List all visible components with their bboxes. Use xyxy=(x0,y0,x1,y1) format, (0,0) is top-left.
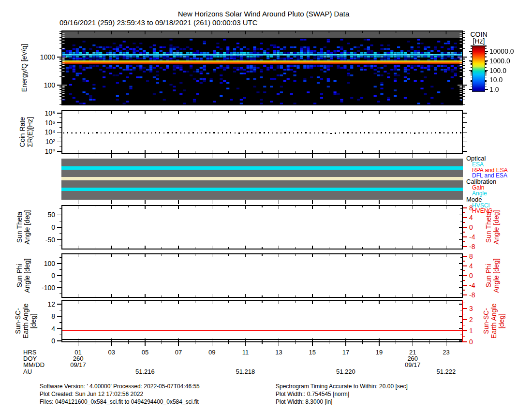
axis-label-line: Angle [deg] xyxy=(23,253,31,298)
coin-y-major-tick xyxy=(463,122,467,123)
coin-rate-data-point xyxy=(184,132,186,134)
colorbar-minor-tick xyxy=(471,81,472,82)
earth-x-major-tick xyxy=(446,301,447,304)
hrs-axis-major-tick xyxy=(345,342,346,346)
theta-x-minor-tick xyxy=(329,247,329,249)
phi-x-major-tick xyxy=(279,254,280,257)
sun-sc-earth-y-minor-tick xyxy=(59,335,62,335)
theta-x-major-tick xyxy=(145,206,146,209)
hrs-label: 11 xyxy=(228,349,262,355)
sun-sc-earth-y-major-tick xyxy=(57,316,61,317)
coin-rate-data-point xyxy=(314,132,315,134)
theta-x-major-tick xyxy=(413,206,414,209)
spectrogram-y-minor-tick xyxy=(59,61,62,61)
state-bars-x-tick xyxy=(111,200,112,204)
coin-rate-data-point xyxy=(301,132,303,133)
coin-rate-data-point xyxy=(101,132,102,134)
phi-x-minor-tick xyxy=(162,295,162,297)
phi-x-major-tick xyxy=(145,294,146,297)
phi-x-minor-tick xyxy=(228,254,229,256)
state-bars-x-tick xyxy=(312,200,313,204)
theta-x-minor-tick xyxy=(262,247,262,249)
sun-sc-earth-red-axis xyxy=(462,300,463,342)
state-bars-x-tick xyxy=(345,154,346,158)
colorbar-minor-tick xyxy=(485,58,487,58)
hrs-axis-major-tick xyxy=(212,342,213,346)
sun-theta-y-major-tick-inner xyxy=(459,227,462,228)
coin-rate-data-point xyxy=(326,132,328,134)
coin-x-minor-tick xyxy=(296,111,296,113)
phi-x-major-tick xyxy=(178,254,179,257)
state-bars-x-tick xyxy=(145,154,146,158)
earth-x-major-tick xyxy=(78,301,79,304)
theta-x-minor-tick xyxy=(128,206,129,207)
sun-theta-y-tick-label: -50 xyxy=(34,236,55,244)
spectrogram-y-minor-tick xyxy=(463,104,465,105)
earth-x-minor-tick xyxy=(162,340,162,341)
coin-y-major-tick xyxy=(463,113,467,114)
coin-rate-data-point xyxy=(155,132,156,133)
coin-rate-data-point xyxy=(343,132,344,133)
spectrogram-y-minor-tick xyxy=(463,96,465,96)
sun-phi-right-minor-tick xyxy=(463,280,465,281)
sun-theta-y-minor-tick xyxy=(59,233,62,234)
hrs-label: 07 xyxy=(162,349,195,355)
state-bars-x-tick xyxy=(111,154,112,158)
spectrogram-y-axis-label: Energy/Q [eV/q] xyxy=(20,30,29,105)
theta-x-major-tick xyxy=(446,246,447,249)
phi-x-minor-tick xyxy=(95,254,95,256)
state-bars-x-tick xyxy=(379,200,380,204)
theta-x-minor-tick xyxy=(429,206,429,207)
time-axis-row-header-au: AU xyxy=(23,368,32,375)
plot-title: New Horizons Solar Wind Around Pluto (SW… xyxy=(70,10,457,18)
spectrogram-y-minor-tick xyxy=(463,48,465,49)
spectrogram-y-minor-tick xyxy=(59,35,62,35)
axis-label-line: Earth Angle xyxy=(490,300,498,342)
theta-x-minor-tick xyxy=(429,247,429,249)
coin-rate-data-point xyxy=(347,132,349,133)
colorbar-minor-tick xyxy=(471,58,472,58)
theta-x-minor-tick xyxy=(329,206,329,207)
coin-rate-data-point xyxy=(235,132,236,134)
state-bars-x-tick xyxy=(446,200,447,204)
earth-x-major-tick xyxy=(178,301,179,304)
spectrogram-y-minor-tick xyxy=(463,35,465,35)
state-bars-x-tick xyxy=(413,200,414,204)
state-bars-x-tick xyxy=(212,200,213,204)
sun-phi-panel xyxy=(61,253,463,298)
sun-phi-y-major-tick-inner xyxy=(459,275,462,276)
phi-x-major-tick xyxy=(178,294,179,297)
theta-x-major-tick xyxy=(111,206,112,209)
sun-theta-y-tick-label: 50 xyxy=(34,211,55,219)
colorbar-minor-tick xyxy=(471,66,472,66)
coin-x-minor-tick xyxy=(396,111,396,113)
hrs-axis-major-tick xyxy=(111,342,112,346)
coin-rate-data-point xyxy=(109,132,110,133)
colorbar-minor-tick xyxy=(471,53,472,53)
state-bars-x-tick xyxy=(145,200,146,204)
sun-theta-panel xyxy=(61,205,463,250)
sun-phi-y-minor-tick-inner xyxy=(460,269,462,270)
coin-rate-data-point xyxy=(84,132,85,134)
axis-label-line: Sun Theta xyxy=(15,205,23,250)
sun-phi-y-minor-tick-inner xyxy=(460,294,462,294)
sun-sc-earth-y-minor-tick xyxy=(59,322,62,323)
colorbar-minor-tick xyxy=(471,71,472,72)
coin-rate-data-point xyxy=(318,132,319,134)
colorbar-minor-tick xyxy=(485,54,487,54)
sun-theta-right-major-tick xyxy=(463,227,467,228)
theta-x-minor-tick xyxy=(162,206,162,207)
spectrogram-y-minor-tick xyxy=(463,63,465,63)
coin-rate-data-point xyxy=(197,132,198,134)
sun-theta-y-major-tick-inner xyxy=(459,239,462,240)
earth-x-minor-tick xyxy=(329,301,329,303)
coin-rate-data-point xyxy=(167,132,169,133)
earth-x-minor-tick xyxy=(195,301,195,303)
colorbar-minor-tick xyxy=(485,52,487,52)
hrs-label: 03 xyxy=(95,349,129,355)
coin-y-minor-tick xyxy=(59,137,62,137)
coin-x-minor-tick xyxy=(128,151,129,153)
coin-rate-data-point xyxy=(80,132,81,133)
coin-y-minor-tick xyxy=(59,117,62,118)
coin-rate-data-point xyxy=(368,132,369,133)
